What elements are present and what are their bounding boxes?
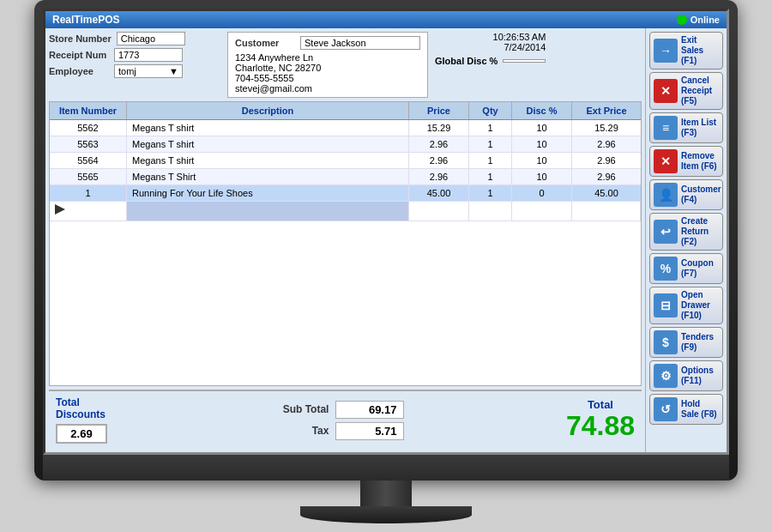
customer-label: Customer bbox=[235, 38, 295, 48]
sidebar-btn-2[interactable]: ≡ Item List (F3) bbox=[649, 112, 723, 143]
btn-icon-1: ✕ bbox=[654, 79, 678, 103]
sidebar-btn-8[interactable]: $ Tenders (F9) bbox=[649, 327, 723, 358]
btn-label-1: Cancel Receipt (F5) bbox=[681, 76, 719, 106]
cell-desc: Megans T shirt bbox=[127, 153, 409, 168]
cell-qty: 1 bbox=[469, 136, 512, 152]
empty-row bbox=[50, 202, 641, 221]
btn-label-2: Item List (F3) bbox=[681, 118, 719, 138]
btn-label-10: Hold Sale (F8) bbox=[681, 399, 719, 420]
subtotal-row: Sub Total 69.17 bbox=[268, 401, 404, 419]
email: stevej@gmail.com bbox=[235, 83, 420, 94]
online-indicator bbox=[677, 15, 687, 25]
sidebar-btn-4[interactable]: 👤 Customer (F4) bbox=[649, 179, 723, 210]
customer-name[interactable]: Steve Jackson bbox=[300, 36, 420, 50]
table-header: Item Number Description Price Qty Disc %… bbox=[50, 102, 641, 120]
sidebar-btn-3[interactable]: ✕ Remove Item (F6) bbox=[649, 146, 723, 177]
cell-price: 2.96 bbox=[409, 136, 469, 152]
discounts-label: Total bbox=[56, 396, 80, 408]
monitor-stand-neck bbox=[360, 481, 412, 506]
col-item-number: Item Number bbox=[50, 102, 127, 119]
address1: 1234 Anywhere Ln bbox=[235, 52, 420, 63]
cell-qty: 1 bbox=[469, 153, 512, 168]
btn-icon-4: 👤 bbox=[654, 183, 678, 207]
title-bar: RealTimePOS Online bbox=[45, 11, 727, 28]
grand-total-section: Total 74.88 bbox=[566, 398, 635, 441]
footer-totals: Total Discounts 2.69 Sub Total 69.17 bbox=[49, 390, 642, 449]
sidebar-btn-1[interactable]: ✕ Cancel Receipt (F5) bbox=[649, 72, 723, 110]
status-text: Online bbox=[691, 15, 720, 25]
tax-row: Tax 5.71 bbox=[268, 422, 404, 440]
cell-item: 5562 bbox=[50, 120, 127, 136]
sidebar-btn-7[interactable]: ⊟ Open Drawer (F10) bbox=[649, 287, 723, 324]
cell-ext: 2.96 bbox=[572, 153, 641, 168]
store-label: Store Number bbox=[49, 33, 112, 44]
sidebar-btn-9[interactable]: ⚙ Options (F11) bbox=[649, 360, 723, 391]
table-row[interactable]: 5565 Megans T Shirt 2.96 1 10 2.96 bbox=[50, 169, 641, 185]
address2: Charlotte, NC 28270 bbox=[235, 63, 420, 73]
time: 10:26:53 AM bbox=[493, 32, 546, 42]
store-number-row: Store Number Chicago bbox=[49, 32, 220, 45]
cell-disc: 10 bbox=[512, 169, 572, 184]
global-disc-input[interactable] bbox=[503, 59, 546, 63]
cell-price: 2.96 bbox=[409, 169, 469, 184]
customer-box: Customer Steve Jackson 1234 Anywhere Ln … bbox=[227, 32, 428, 98]
empty-cell-desc bbox=[127, 202, 409, 221]
btn-icon-10: ↺ bbox=[654, 397, 678, 421]
discounts-label2: Discounts bbox=[56, 408, 106, 420]
phone: 704-555-5555 bbox=[235, 73, 420, 83]
col-price: Price bbox=[409, 102, 469, 119]
cell-desc: Megans T Shirt bbox=[127, 169, 409, 184]
employee-label: Employee bbox=[49, 66, 109, 76]
subtotal-label: Sub Total bbox=[268, 403, 329, 415]
btn-icon-0: → bbox=[654, 39, 678, 63]
table-body: 5562 Megans T shirt 15.29 1 10 15.29 556… bbox=[50, 120, 641, 385]
table-row[interactable]: 5564 Megans T shirt 2.96 1 10 2.96 bbox=[50, 153, 641, 169]
sidebar-btn-10[interactable]: ↺ Hold Sale (F8) bbox=[649, 394, 723, 425]
cell-price: 2.96 bbox=[409, 153, 469, 168]
sidebar-btn-0[interactable]: → Exit Sales (F1) bbox=[649, 32, 723, 70]
datetime: 10:26:53 AM 7/24/2014 bbox=[493, 32, 550, 52]
empty-cell-price bbox=[409, 202, 469, 221]
receipt-value[interactable]: 1773 bbox=[114, 48, 183, 62]
empty-cell-disc bbox=[512, 202, 572, 221]
sidebar-btn-6[interactable]: % Coupon (F7) bbox=[649, 253, 723, 284]
right-sidebar: → Exit Sales (F1) ✕ Cancel Receipt (F5) … bbox=[645, 28, 727, 452]
header-info: Store Number Chicago Receipt Num 1773 Em… bbox=[49, 32, 642, 98]
cell-desc: Megans T shirt bbox=[127, 136, 409, 152]
cell-qty: 1 bbox=[469, 185, 512, 201]
cell-disc: 0 bbox=[512, 185, 572, 201]
cell-price: 15.29 bbox=[409, 120, 469, 136]
global-disc-row: Global Disc % bbox=[435, 56, 549, 66]
cell-desc: Megans T shirt bbox=[127, 120, 409, 136]
total-label: Total bbox=[566, 398, 635, 411]
subtotal-value: 69.17 bbox=[335, 401, 404, 419]
store-info: Store Number Chicago Receipt Num 1773 Em… bbox=[49, 32, 220, 78]
table-row[interactable]: 1 Running For Your Life Shoes 45.00 1 0 … bbox=[50, 185, 641, 202]
total-value: 74.88 bbox=[566, 411, 635, 441]
date: 7/24/2014 bbox=[493, 42, 546, 52]
cell-qty: 1 bbox=[469, 120, 512, 136]
btn-label-3: Remove Item (F6) bbox=[681, 151, 719, 172]
discounts-section: Total Discounts 2.69 bbox=[56, 396, 107, 444]
tax-value: 5.71 bbox=[335, 422, 404, 440]
table-row[interactable]: 5562 Megans T shirt 15.29 1 10 15.29 bbox=[50, 120, 641, 136]
btn-icon-8: $ bbox=[654, 330, 678, 354]
btn-label-0: Exit Sales (F1) bbox=[681, 35, 719, 66]
global-disc-label: Global Disc % bbox=[435, 56, 498, 66]
employee-value[interactable]: tomj ▼ bbox=[114, 64, 183, 78]
mid-totals: Sub Total 69.17 Tax 5.71 bbox=[268, 401, 404, 440]
cell-price: 45.00 bbox=[409, 185, 469, 201]
cell-ext: 2.96 bbox=[572, 136, 641, 152]
btn-icon-9: ⚙ bbox=[654, 364, 678, 388]
col-disc: Disc % bbox=[512, 102, 572, 119]
btn-icon-2: ≡ bbox=[654, 116, 678, 140]
sidebar-btn-5[interactable]: ↩ Create Return (F2) bbox=[649, 213, 723, 251]
cell-item: 5565 bbox=[50, 169, 127, 184]
btn-label-4: Customer (F4) bbox=[681, 184, 721, 205]
btn-label-5: Create Return (F2) bbox=[681, 216, 719, 247]
table-row[interactable]: 5563 Megans T shirt 2.96 1 10 2.96 bbox=[50, 136, 641, 153]
store-value[interactable]: Chicago bbox=[117, 32, 185, 45]
receipt-label: Receipt Num bbox=[49, 50, 109, 60]
cell-ext: 15.29 bbox=[572, 120, 641, 136]
online-status: Online bbox=[677, 15, 720, 25]
